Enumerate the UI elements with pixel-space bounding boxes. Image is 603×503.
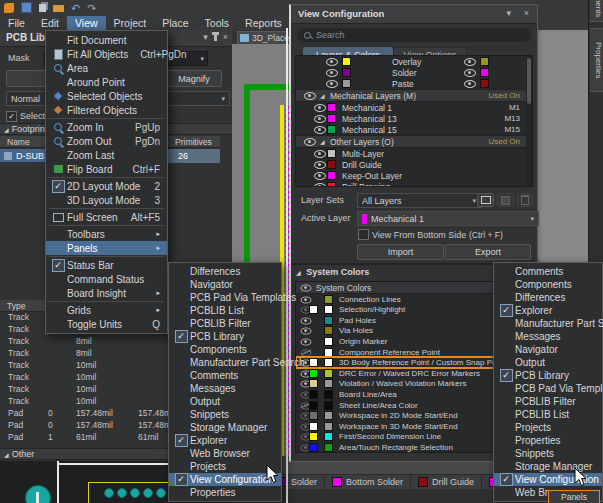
layer-group-header[interactable]: ◢ Other Layers (O) Used On: [296, 135, 532, 148]
menu-item[interactable]: Snippets: [169, 408, 281, 421]
color-swatch[interactable]: [309, 443, 318, 452]
copy-icon[interactable]: [39, 4, 46, 12]
layer-tab[interactable]: Bottom Solder: [325, 475, 411, 490]
layer-group-header[interactable]: ◢ Mechanical Layers (M) Used On: [296, 89, 532, 102]
secondary-select[interactable]: ▾: [166, 91, 230, 106]
layer-color-swatch[interactable]: [327, 182, 336, 187]
menu-reports[interactable]: Reports: [237, 16, 290, 30]
color-swatch[interactable]: [309, 432, 318, 441]
menu-item[interactable]: Properties: [494, 434, 602, 447]
menu-item[interactable]: Projects: [494, 421, 602, 434]
visibility-eye-icon[interactable]: [464, 58, 476, 66]
menu-item[interactable]: Output: [169, 395, 281, 408]
panel-menu-icon[interactable]: ▾: [203, 32, 208, 42]
menu-item-toggle-units[interactable]: Toggle UnitsQ: [46, 317, 167, 331]
layer-color-swatch[interactable]: [480, 79, 489, 88]
layer-row[interactable]: Mechanical 15 M15: [296, 124, 532, 135]
layer-row[interactable]: Keep-Out Layer: [296, 170, 532, 181]
menu-item[interactable]: ✓Explorer: [494, 304, 602, 317]
menu-item[interactable]: ✓PCB Library: [169, 330, 281, 343]
visibility-eye-icon[interactable]: [314, 115, 326, 123]
visibility-eye-icon[interactable]: [464, 80, 476, 88]
menu-edit[interactable]: Edit: [33, 16, 67, 30]
color-swatch[interactable]: [324, 401, 333, 410]
redo-icon[interactable]: ↷: [87, 3, 96, 13]
menu-item[interactable]: ✓PCB Library: [494, 369, 602, 382]
delete-layer-set-button[interactable]: [517, 193, 533, 207]
menu-item[interactable]: Comments: [169, 369, 281, 382]
panels-button[interactable]: Panels: [548, 490, 600, 503]
layer-color-swatch[interactable]: [327, 160, 336, 169]
save-icon[interactable]: [21, 2, 32, 13]
active-layer-select[interactable]: Mechanical 1▾: [357, 211, 539, 226]
scrollbar[interactable]: [526, 56, 532, 186]
layer-row[interactable]: Drill Guide: [296, 159, 532, 170]
menu-item-grids[interactable]: Grids▸: [46, 303, 167, 317]
menu-item-zoom-last[interactable]: Zoom Last: [46, 148, 167, 162]
menu-item[interactable]: PCBLIB List: [494, 408, 602, 421]
menu-item-zoom-in[interactable]: Zoom InPgUp: [46, 120, 167, 134]
menu-item-panels[interactable]: Panels▸: [46, 241, 167, 255]
visibility-eye-icon[interactable]: [464, 69, 476, 77]
save-layer-set-button[interactable]: [497, 193, 514, 207]
layer-row[interactable]: Multi-Layer: [296, 148, 532, 159]
visibility-eye-icon[interactable]: [304, 92, 316, 100]
color-swatch[interactable]: [324, 443, 333, 452]
color-swatch[interactable]: [324, 337, 333, 346]
panel-menu-icon[interactable]: ▾: [506, 8, 511, 18]
visibility-eye-icon[interactable]: [314, 150, 326, 158]
layer-color-swatch[interactable]: [327, 114, 336, 123]
color-swatch[interactable]: [309, 401, 318, 410]
color-swatch[interactable]: [309, 422, 318, 431]
new-layer-set-button[interactable]: [477, 193, 494, 207]
color-swatch[interactable]: [324, 305, 333, 314]
layer-color-swatch[interactable]: [327, 171, 336, 180]
menu-item-flip-board[interactable]: Flip BoardCtrl+F: [46, 162, 167, 176]
dock-tab-components[interactable]: Components: [590, 0, 603, 22]
import-button[interactable]: Import: [357, 244, 444, 260]
layer-pair-row[interactable]: Paste: [296, 78, 532, 89]
menu-item[interactable]: Manufacturer Part Search: [169, 356, 281, 369]
visibility-eye-icon[interactable]: [314, 172, 326, 180]
menu-item[interactable]: Differences: [169, 265, 281, 278]
export-button[interactable]: Export: [445, 244, 531, 260]
layer-row[interactable]: Mechanical 1 M1: [296, 102, 532, 113]
view-from-bottom-checkbox[interactable]: [358, 229, 369, 240]
layer-pair-row[interactable]: Overlay: [296, 56, 532, 67]
used-on-link[interactable]: Used On: [488, 91, 520, 100]
visibility-eye-icon[interactable]: [314, 104, 326, 112]
menu-item[interactable]: Projects: [169, 460, 281, 473]
menu-item[interactable]: PCBLIB Filter: [169, 317, 281, 330]
menu-item[interactable]: Navigator: [494, 343, 602, 356]
visibility-eye-icon[interactable]: [301, 317, 312, 324]
layer-color-swatch[interactable]: [480, 68, 489, 77]
close-icon[interactable]: ×: [524, 8, 529, 18]
visibility-eye-icon[interactable]: [301, 349, 312, 356]
menu-item-area[interactable]: Area: [46, 61, 167, 75]
visibility-eye-icon[interactable]: [304, 138, 316, 146]
color-swatch[interactable]: [324, 379, 333, 388]
color-swatch[interactable]: [324, 326, 333, 335]
layer-color-swatch[interactable]: [327, 149, 336, 158]
menu-item[interactable]: PCB Pad Via Templates: [494, 382, 602, 395]
menu-item[interactable]: Manufacturer Part Search: [494, 317, 602, 330]
menu-item[interactable]: Snippets: [494, 447, 602, 460]
menu-item[interactable]: Messages: [169, 382, 281, 395]
color-swatch[interactable]: [324, 432, 333, 441]
visibility-eye-icon[interactable]: [326, 80, 338, 88]
color-swatch[interactable]: [309, 305, 318, 314]
menu-project[interactable]: Project: [106, 16, 155, 30]
menu-item[interactable]: PCB Pad Via Templates: [169, 291, 281, 304]
menu-item-view-configuration[interactable]: ✓View Configuration: [169, 473, 281, 486]
menu-item-fit-all-objects[interactable]: Fit All ObjectsCtrl+PgDn: [46, 47, 167, 61]
color-swatch[interactable]: [309, 369, 318, 378]
menu-item-2d-layout-mode[interactable]: ✓2D Layout Mode2: [46, 179, 167, 193]
menu-item[interactable]: Output: [494, 356, 602, 369]
layer-color-swatch[interactable]: [342, 57, 351, 66]
visibility-eye-icon[interactable]: [314, 161, 326, 169]
color-swatch[interactable]: [309, 379, 318, 388]
menu-item-fit-document[interactable]: Fit Document: [46, 33, 167, 47]
menu-item[interactable]: ✓Explorer: [169, 434, 281, 447]
menu-view[interactable]: View: [67, 16, 106, 30]
visibility-eye-icon[interactable]: [301, 284, 312, 291]
